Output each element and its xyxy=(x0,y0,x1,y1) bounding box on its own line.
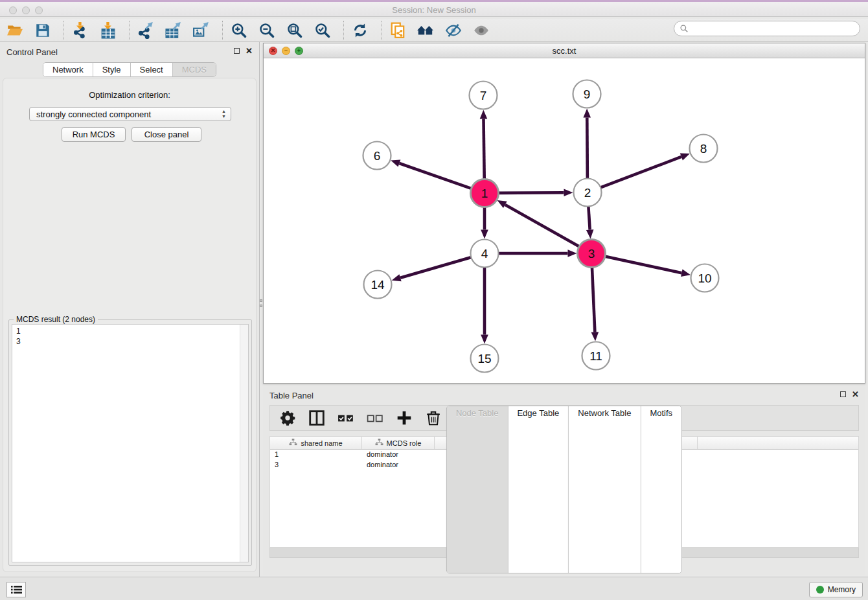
zoom-out-icon[interactable] xyxy=(257,21,277,40)
node-label: 1 xyxy=(481,187,488,200)
network-canvas[interactable]: 7968124314101511 xyxy=(264,58,865,383)
dev-panel-button[interactable] xyxy=(6,582,26,597)
edge-2-8[interactable] xyxy=(599,157,681,188)
export-network-icon[interactable] xyxy=(136,21,155,40)
zoom-in-icon[interactable] xyxy=(229,21,249,40)
export-image-icon[interactable] xyxy=(192,21,211,40)
open-folder-icon[interactable] xyxy=(5,21,25,40)
tab-edge-table[interactable]: Edge Table xyxy=(508,406,569,573)
edge-2-9[interactable] xyxy=(587,117,588,179)
search-input[interactable] xyxy=(674,21,860,36)
edge-3-11[interactable] xyxy=(592,266,595,332)
cell[interactable]: 3 xyxy=(270,460,362,470)
control-panel-title: Control Panel xyxy=(6,47,58,57)
close-panel-button[interactable]: Close panel xyxy=(131,127,201,142)
tab-network-table[interactable]: Network Table xyxy=(569,406,641,573)
node-6[interactable]: 6 xyxy=(363,142,391,170)
cell[interactable]: dominator xyxy=(362,460,435,470)
edge-arrow-2-3 xyxy=(586,229,594,238)
column-header-MCDS-role[interactable]: MCDS role xyxy=(362,437,435,449)
eye-slash-icon[interactable] xyxy=(444,21,463,40)
edge-2-3[interactable] xyxy=(588,205,589,229)
eye-icon[interactable] xyxy=(472,21,491,40)
memory-label: Memory xyxy=(828,585,856,594)
edge-arrow-1-6 xyxy=(391,160,400,167)
mcds-result-list[interactable]: 13 xyxy=(12,324,249,562)
gear-icon[interactable] xyxy=(279,410,296,426)
node-7[interactable]: 7 xyxy=(470,82,497,110)
clone-network-icon[interactable] xyxy=(388,21,407,40)
edge-1-2[interactable] xyxy=(497,192,564,193)
edge-arrow-1-2 xyxy=(564,189,573,196)
zoom-selected-icon[interactable] xyxy=(313,21,332,40)
select-all-icon[interactable] xyxy=(337,410,354,426)
import-network-icon[interactable] xyxy=(71,21,90,40)
node-label: 15 xyxy=(477,352,491,365)
tab-node-table[interactable]: Node Table xyxy=(447,406,508,573)
close-table-panel-icon[interactable]: ✕ xyxy=(852,391,859,398)
control-panel: Control Panel ✕ NetworkStyleSelectMCDS O… xyxy=(0,42,260,577)
edge-3-10[interactable] xyxy=(604,256,681,273)
network-window-titlebar[interactable]: ✕ − + scc.txt xyxy=(264,43,865,58)
refresh-icon[interactable] xyxy=(350,21,370,40)
table-tabs: Node TableEdge TableNetwork TableMotifs xyxy=(446,406,682,573)
float-table-panel-icon[interactable] xyxy=(840,391,846,397)
table-panel: Table Panel ✕ f(x) shared nameMCDS roles… xyxy=(263,386,865,575)
edge-arrow-4-3 xyxy=(568,249,577,257)
zoom-fit-icon[interactable] xyxy=(285,21,304,40)
homes-icon[interactable] xyxy=(416,21,435,40)
control-panel-tabs: NetworkStyleSelectMCDS xyxy=(43,62,216,77)
network-graph[interactable]: 7968124314101511 xyxy=(264,58,865,383)
node-label: 8 xyxy=(700,142,707,156)
run-mcds-button[interactable]: Run MCDS xyxy=(62,127,126,142)
result-line: 1 xyxy=(16,326,248,336)
split-columns-icon[interactable] xyxy=(308,410,325,426)
save-disk-icon[interactable] xyxy=(33,21,52,40)
cell[interactable]: 1 xyxy=(270,450,362,460)
edge-arrow-2-8 xyxy=(680,154,690,161)
node-10[interactable]: 10 xyxy=(691,264,719,292)
cell[interactable]: dominator xyxy=(362,450,435,460)
node-8[interactable]: 8 xyxy=(690,135,718,163)
node-15[interactable]: 15 xyxy=(471,345,499,373)
node-1[interactable]: 1 xyxy=(471,179,499,207)
column-header-shared-name[interactable]: shared name xyxy=(270,437,362,449)
node-label: 7 xyxy=(480,89,487,102)
toolbar-separator xyxy=(222,21,223,40)
result-scrollbar[interactable] xyxy=(240,325,248,562)
close-panel-icon[interactable]: ✕ xyxy=(246,47,253,54)
float-panel-icon[interactable] xyxy=(234,48,240,54)
trash-icon[interactable] xyxy=(425,410,442,426)
tab-mcds[interactable]: MCDS xyxy=(173,63,216,76)
node-2[interactable]: 2 xyxy=(574,179,602,207)
node-3[interactable]: 3 xyxy=(578,240,606,268)
node-11[interactable]: 11 xyxy=(582,342,610,370)
import-table-icon[interactable] xyxy=(98,21,118,40)
app-titlebar: Session: New Session xyxy=(0,0,868,17)
edge-arrow-4-14 xyxy=(392,274,402,281)
hierarchy-icon xyxy=(375,439,383,447)
node-14[interactable]: 14 xyxy=(364,271,392,299)
node-9[interactable]: 9 xyxy=(573,80,601,108)
edge-arrow-4-15 xyxy=(481,335,488,344)
mcds-result-title: MCDS result (2 nodes) xyxy=(14,315,98,324)
tab-select[interactable]: Select xyxy=(131,63,173,76)
tab-network[interactable]: Network xyxy=(43,63,93,76)
edge-3-1[interactable] xyxy=(505,205,580,248)
network-view-window: ✕ − + scc.txt 7968124314101511 xyxy=(263,43,865,384)
edge-1-7[interactable] xyxy=(483,119,484,180)
plus-icon[interactable] xyxy=(396,410,413,426)
clear-selection-icon[interactable] xyxy=(367,410,383,426)
node-label: 9 xyxy=(584,87,591,101)
mcds-result-group: MCDS result (2 nodes) 13 xyxy=(8,319,252,566)
tab-style[interactable]: Style xyxy=(93,63,131,76)
edge-1-6[interactable] xyxy=(399,163,472,189)
node-4[interactable]: 4 xyxy=(471,240,499,268)
main-toolbar xyxy=(0,19,868,42)
export-table-icon[interactable] xyxy=(164,21,183,40)
criterion-select[interactable]: strongly connected component ▲▼ xyxy=(29,107,231,121)
node-label: 3 xyxy=(588,247,595,260)
edge-4-14[interactable] xyxy=(400,257,472,277)
memory-button[interactable]: Memory xyxy=(809,582,863,597)
tab-motifs[interactable]: Motifs xyxy=(641,406,681,573)
